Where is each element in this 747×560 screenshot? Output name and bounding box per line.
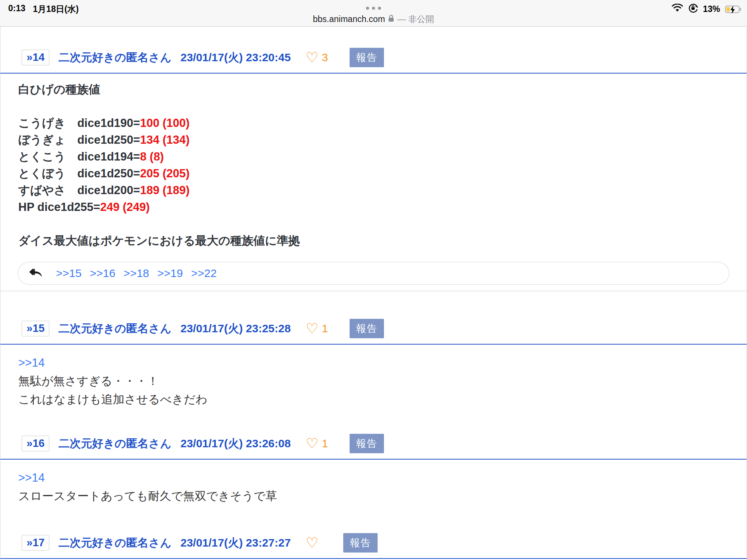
reply-links: >>15 >>16 >>18 >>19 >>22 [56,267,217,280]
post-timestamp: 23/01/17(火) 23:27:27 [180,535,291,551]
post-body: >>14 無駄が無さすぎる・・・！ これはなまけも追加させるべきだわ [0,345,747,408]
address-url: bbs.animanch.com [313,14,385,24]
address-bar[interactable]: bbs.animanch.com — 非公開 [313,13,434,25]
status-time-date: 0:13 1月18日(水) [8,3,79,15]
status-time: 0:13 [8,3,25,15]
like-button[interactable]: ♡ 1 [306,437,328,450]
post-number-badge[interactable]: »16 [22,436,49,451]
heart-icon: ♡ [306,323,318,334]
report-button[interactable]: 報告 [350,48,384,67]
heart-icon: ♡ [306,52,318,63]
post-timestamp: 23/01/17(火) 23:25:28 [180,321,291,336]
report-button[interactable]: 報告 [350,319,384,338]
privacy-label: — 非公開 [397,13,434,25]
status-icons: 13% [672,3,741,15]
quote-link[interactable]: >>14 [18,354,732,372]
dice-line: すばやさ dice1d200=189 (189) [18,182,732,199]
dice-line: ぼうぎょ dice1d250=134 (134) [18,131,732,148]
post-16: »16 二次元好きの匿名さん 23/01/17(火) 23:26:08 ♡ 1 … [0,434,747,505]
post-number-badge[interactable]: »14 [22,50,49,65]
post-number-badge[interactable]: »17 [22,535,49,551]
thread-content: »14 二次元好きの匿名さん 23/01/17(火) 23:20:45 ♡ 3 … [0,27,747,560]
dice-result: 189 (189) [140,184,190,197]
reply-link[interactable]: >>19 [157,267,183,280]
charging-bolt-icon [730,6,735,14]
post-number-badge[interactable]: »15 [22,321,49,336]
post-text-line: 無駄が無さすぎる・・・！ [18,372,732,390]
post-timestamp: 23/01/17(火) 23:26:08 [180,436,291,451]
dice-result: 100 (100) [140,116,190,130]
report-button[interactable]: 報告 [343,533,378,553]
report-button[interactable]: 報告 [350,434,384,453]
status-date: 1月18日(水) [33,3,79,15]
post-divider [0,291,747,291]
reply-arrow-icon [30,268,43,279]
post-body: >>14 スロースタートあっても耐久で無双できそうで草 [0,460,747,505]
dice-line: こうげき dice1d190=100 (100) [18,115,732,131]
like-button[interactable]: ♡ [306,537,322,548]
battery-percent: 13% [703,4,720,14]
battery-icon [725,6,741,13]
like-count: 1 [322,322,328,335]
post-17: »17 二次元好きの匿名さん 23/01/17(火) 23:27:27 ♡ 報告… [0,533,747,560]
quote-link[interactable]: >>14 [18,469,732,487]
lock-icon [388,14,394,24]
reply-link[interactable]: >>16 [90,267,115,280]
heart-icon: ♡ [306,537,318,548]
post-author: 二次元好きの匿名さん [58,50,171,65]
post-header: »15 二次元好きの匿名さん 23/01/17(火) 23:25:28 ♡ 1 … [0,319,747,338]
post-header: »14 二次元好きの匿名さん 23/01/17(火) 23:20:45 ♡ 3 … [0,48,747,67]
post-author: 二次元好きの匿名さん [58,436,171,451]
post-header: »17 二次元好きの匿名さん 23/01/17(火) 23:27:27 ♡ 報告 [0,533,747,553]
dice-line: HP dice1d255=249 (249) [18,199,732,215]
replies-bar: >>15 >>16 >>18 >>19 >>22 [18,262,729,285]
safari-toolbar: 0:13 1月18日(水) bbs.animanch.com — 非公開 [0,0,747,27]
reply-link[interactable]: >>15 [56,267,81,280]
post-14: »14 二次元好きの匿名さん 23/01/17(火) 23:20:45 ♡ 3 … [0,48,747,291]
dice-result: 134 (134) [140,133,190,146]
like-count: 3 [322,51,328,64]
post-header: »16 二次元好きの匿名さん 23/01/17(火) 23:26:08 ♡ 1 … [0,434,747,453]
like-button[interactable]: ♡ 3 [306,51,328,64]
wifi-icon [672,4,683,15]
post-text-line: スロースタートあっても耐久で無双できそうで草 [18,487,732,505]
heart-icon: ♡ [306,438,318,449]
dice-line: とくぼう dice1d250=205 (205) [18,165,732,182]
post-author: 二次元好きの匿名さん [58,535,171,551]
post-15: »15 二次元好きの匿名さん 23/01/17(火) 23:25:28 ♡ 1 … [0,319,747,408]
dice-result: 8 (8) [140,150,164,163]
dice-line: とくこう dice1d194=8 (8) [18,148,732,165]
reply-link[interactable]: >>22 [191,267,217,280]
post-body: 白ひげの種族値 こうげき dice1d190=100 (100) ぼうぎょ di… [0,74,747,249]
like-button[interactable]: ♡ 1 [306,322,328,335]
post-author: 二次元好きの匿名さん [58,321,171,336]
page-settings-button[interactable] [366,7,381,10]
dice-result: 249 (249) [100,200,150,214]
like-count: 1 [322,437,328,450]
dice-result: 205 (205) [140,167,190,180]
post-note-line: ダイス最大値はポケモンにおける最大の種族値に準拠 [18,232,732,249]
reply-link[interactable]: >>18 [124,267,149,280]
post-timestamp: 23/01/17(火) 23:20:45 [180,50,291,65]
orientation-lock-icon [688,3,698,15]
post-title-line: 白ひげの種族値 [18,81,732,98]
post-text-line: これはなまけも追加させるべきだわ [18,390,732,408]
